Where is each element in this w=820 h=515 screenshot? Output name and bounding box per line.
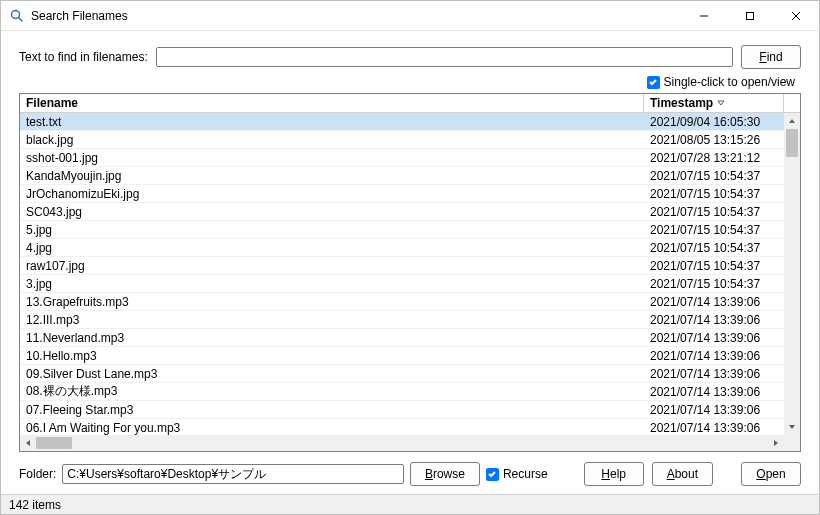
column-filename[interactable]: Filename — [20, 94, 644, 112]
cell-timestamp: 2021/07/15 10:54:37 — [644, 241, 784, 255]
cell-timestamp: 2021/07/14 13:39:06 — [644, 295, 784, 309]
table-row[interactable]: test.txt2021/09/04 16:05:30 — [20, 113, 784, 131]
cell-filename: sshot-001.jpg — [20, 151, 644, 165]
about-button[interactable]: About — [652, 462, 713, 486]
svg-marker-8 — [789, 425, 795, 429]
header-scroll-gap — [784, 94, 800, 112]
window-controls — [681, 1, 819, 30]
about-mnemonic: A — [667, 467, 675, 481]
footer-right-buttons: Help About Open — [584, 462, 801, 486]
scroll-track[interactable] — [784, 129, 800, 419]
cell-filename: 10.Hello.mp3 — [20, 349, 644, 363]
table-row[interactable]: sshot-001.jpg2021/07/28 13:21:12 — [20, 149, 784, 167]
scroll-down-icon[interactable] — [784, 419, 800, 435]
cell-timestamp: 2021/07/14 13:39:06 — [644, 367, 784, 381]
recurse-checkbox[interactable]: Recurse — [486, 467, 548, 481]
help-mnemonic: H — [601, 467, 610, 481]
cell-timestamp: 2021/07/15 10:54:37 — [644, 277, 784, 291]
list-body-wrap: test.txt2021/09/04 16:05:30black.jpg2021… — [20, 113, 800, 435]
open-button[interactable]: Open — [741, 462, 801, 486]
cell-timestamp: 2021/08/05 13:15:26 — [644, 133, 784, 147]
find-mnemonic: F — [759, 50, 766, 64]
cell-timestamp: 2021/07/15 10:54:37 — [644, 169, 784, 183]
svg-marker-9 — [26, 440, 30, 446]
scroll-thumb[interactable] — [786, 129, 798, 157]
table-row[interactable]: 3.jpg2021/07/15 10:54:37 — [20, 275, 784, 293]
table-row[interactable]: 10.Hello.mp32021/07/14 13:39:06 — [20, 347, 784, 365]
close-button[interactable] — [773, 1, 819, 30]
cell-filename: raw107.jpg — [20, 259, 644, 273]
open-mnemonic: O — [756, 467, 765, 481]
table-row[interactable]: SC043.jpg2021/07/15 10:54:37 — [20, 203, 784, 221]
list-body[interactable]: test.txt2021/09/04 16:05:30black.jpg2021… — [20, 113, 784, 435]
svg-marker-6 — [718, 101, 724, 105]
status-bar: 142 items — [1, 494, 819, 514]
browse-button[interactable]: Browse — [410, 462, 480, 486]
cell-timestamp: 2021/07/14 13:39:06 — [644, 421, 784, 435]
search-input[interactable] — [156, 47, 733, 67]
window-title: Search Filenames — [31, 9, 681, 23]
cell-filename: 5.jpg — [20, 223, 644, 237]
footer-row: Folder: Browse Recurse Help About Open — [19, 462, 801, 486]
folder-input[interactable] — [62, 464, 404, 484]
scroll-right-icon[interactable] — [768, 435, 784, 451]
table-row[interactable]: 07.Fleeing Star.mp32021/07/14 13:39:06 — [20, 401, 784, 419]
table-row[interactable]: 11.Neverland.mp32021/07/14 13:39:06 — [20, 329, 784, 347]
scroll-left-icon[interactable] — [20, 435, 36, 451]
hscroll-gap — [784, 435, 800, 451]
hscroll-track[interactable] — [36, 435, 768, 451]
table-row[interactable]: black.jpg2021/08/05 13:15:26 — [20, 131, 784, 149]
about-rest: bout — [675, 467, 698, 481]
cell-filename: KandaMyoujin.jpg — [20, 169, 644, 183]
minimize-button[interactable] — [681, 1, 727, 30]
table-row[interactable]: 13.Grapefruits.mp32021/07/14 13:39:06 — [20, 293, 784, 311]
column-timestamp[interactable]: Timestamp — [644, 94, 784, 112]
scroll-up-icon[interactable] — [784, 113, 800, 129]
svg-line-1 — [19, 17, 23, 21]
table-row[interactable]: 12.III.mp32021/07/14 13:39:06 — [20, 311, 784, 329]
table-row[interactable]: 4.jpg2021/07/15 10:54:37 — [20, 239, 784, 257]
checkbox-icon — [647, 76, 660, 89]
cell-filename: 08.裸の大様.mp3 — [20, 383, 644, 400]
cell-timestamp: 2021/07/14 13:39:06 — [644, 403, 784, 417]
options-row: Single-click to open/view — [19, 73, 801, 93]
find-button[interactable]: Find — [741, 45, 801, 69]
table-row[interactable]: 09.Silver Dust Lane.mp32021/07/14 13:39:… — [20, 365, 784, 383]
help-rest: elp — [610, 467, 626, 481]
cell-filename: test.txt — [20, 115, 644, 129]
checkbox-icon — [486, 468, 499, 481]
vertical-scrollbar[interactable] — [784, 113, 800, 435]
open-rest: pen — [766, 467, 786, 481]
cell-filename: 11.Neverland.mp3 — [20, 331, 644, 345]
file-list: Filename Timestamp test.txt2021/09/04 16… — [19, 93, 801, 452]
cell-filename: 07.Fleeing Star.mp3 — [20, 403, 644, 417]
table-row[interactable]: 5.jpg2021/07/15 10:54:37 — [20, 221, 784, 239]
cell-timestamp: 2021/07/28 13:21:12 — [644, 151, 784, 165]
help-button[interactable]: Help — [584, 462, 644, 486]
hscroll-thumb[interactable] — [36, 437, 72, 449]
browse-mnemonic: B — [425, 467, 433, 481]
cell-timestamp: 2021/07/15 10:54:37 — [644, 205, 784, 219]
cell-filename: 3.jpg — [20, 277, 644, 291]
cell-timestamp: 2021/07/14 13:39:06 — [644, 313, 784, 327]
horizontal-scrollbar[interactable] — [20, 435, 800, 451]
sort-descending-icon — [717, 99, 725, 107]
single-click-label: Single-click to open/view — [664, 75, 795, 89]
table-row[interactable]: KandaMyoujin.jpg2021/07/15 10:54:37 — [20, 167, 784, 185]
single-click-checkbox[interactable]: Single-click to open/view — [647, 75, 795, 89]
svg-marker-10 — [774, 440, 778, 446]
cell-filename: black.jpg — [20, 133, 644, 147]
cell-filename: 13.Grapefruits.mp3 — [20, 295, 644, 309]
table-row[interactable]: JrOchanomizuEki.jpg2021/07/15 10:54:37 — [20, 185, 784, 203]
status-text: 142 items — [9, 498, 61, 512]
browse-rest: rowse — [433, 467, 465, 481]
table-row[interactable]: 08.裸の大様.mp32021/07/14 13:39:06 — [20, 383, 784, 401]
cell-timestamp: 2021/07/15 10:54:37 — [644, 223, 784, 237]
cell-filename: SC043.jpg — [20, 205, 644, 219]
cell-filename: 09.Silver Dust Lane.mp3 — [20, 367, 644, 381]
maximize-button[interactable] — [727, 1, 773, 30]
column-filename-label: Filename — [26, 96, 78, 110]
table-row[interactable]: 06.I Am Waiting For you.mp32021/07/14 13… — [20, 419, 784, 435]
search-label: Text to find in filenames: — [19, 50, 148, 64]
table-row[interactable]: raw107.jpg2021/07/15 10:54:37 — [20, 257, 784, 275]
